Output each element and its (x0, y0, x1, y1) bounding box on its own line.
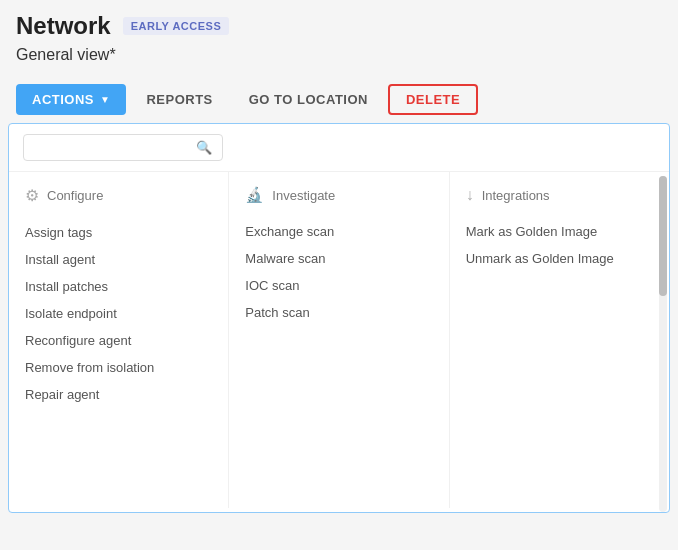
actions-button[interactable]: ACTIONS ▼ (16, 84, 126, 115)
list-item[interactable]: Repair agent (25, 381, 212, 408)
investigate-icon: 🔬 (245, 186, 264, 204)
investigate-column: 🔬 Investigate Exchange scan Malware scan… (229, 172, 449, 508)
go-to-location-button[interactable]: GO TO LOCATION (233, 84, 384, 115)
search-icon: 🔍 (196, 140, 212, 155)
early-access-badge: EARLY ACCESS (123, 17, 230, 35)
list-item[interactable]: Patch scan (245, 299, 432, 326)
search-input[interactable] (34, 140, 192, 155)
title-row: Network EARLY ACCESS (16, 12, 662, 40)
list-item[interactable]: Malware scan (245, 245, 432, 272)
configure-label: Configure (47, 188, 103, 203)
page-title: Network (16, 12, 111, 40)
integrations-column: ↓ Integrations Mark as Golden Image Unma… (450, 172, 669, 508)
search-bar: 🔍 (9, 124, 669, 172)
dropdown-panel: 🔍 Configure Assign tags Install agent In… (8, 123, 670, 513)
list-item[interactable]: Reconfigure agent (25, 327, 212, 354)
actions-label: ACTIONS (32, 92, 94, 107)
search-input-wrap[interactable]: 🔍 (23, 134, 223, 161)
main-container: Network EARLY ACCESS General view* ACTIO… (0, 0, 678, 550)
list-item[interactable]: Isolate endpoint (25, 300, 212, 327)
header: Network EARLY ACCESS General view* (0, 0, 678, 84)
scrollbar-thumb[interactable] (659, 176, 667, 296)
toolbar: ACTIONS ▼ REPORTS GO TO LOCATION DELETE (0, 84, 678, 115)
page-subtitle: General view* (16, 46, 662, 64)
investigate-label: Investigate (272, 188, 335, 203)
list-item[interactable]: Mark as Golden Image (466, 218, 653, 245)
list-item[interactable]: Unmark as Golden Image (466, 245, 653, 272)
configure-header: Configure (25, 186, 212, 205)
list-item[interactable]: Assign tags (25, 219, 212, 246)
configure-icon (25, 186, 39, 205)
list-item[interactable]: IOC scan (245, 272, 432, 299)
configure-column: Configure Assign tags Install agent Inst… (9, 172, 229, 508)
scrollbar-track[interactable] (659, 176, 667, 512)
columns-container: Configure Assign tags Install agent Inst… (9, 172, 669, 508)
integrations-header: ↓ Integrations (466, 186, 653, 204)
list-item[interactable]: Install agent (25, 246, 212, 273)
list-item[interactable]: Exchange scan (245, 218, 432, 245)
list-item[interactable]: Install patches (25, 273, 212, 300)
dropdown-arrow-icon: ▼ (100, 94, 110, 105)
list-item[interactable]: Remove from isolation (25, 354, 212, 381)
investigate-header: 🔬 Investigate (245, 186, 432, 204)
delete-button[interactable]: DELETE (388, 84, 478, 115)
reports-button[interactable]: REPORTS (130, 84, 228, 115)
integrations-label: Integrations (482, 188, 550, 203)
integrations-icon: ↓ (466, 186, 474, 204)
